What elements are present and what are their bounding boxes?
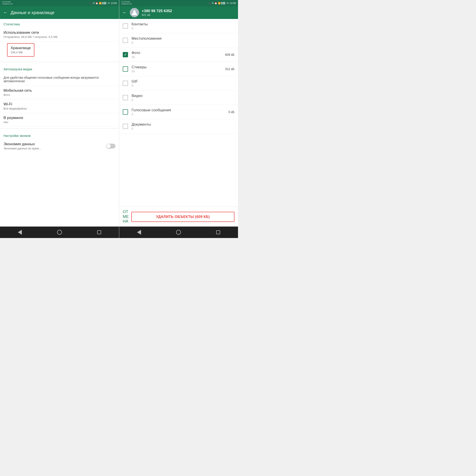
right-time: 13:58	[230, 2, 236, 4]
data-saving-item[interactable]: Экономия данных Экономия данных во врем.…	[0, 139, 119, 153]
left-status-icons: 🎧 N ⏰ 📶 ▌▌▌ 63 13:56	[89, 2, 117, 4]
media-name-docs: Документы	[132, 122, 235, 127]
media-count-video: 0	[132, 98, 235, 102]
left-carrier-network: Vodafone UA	[2, 3, 13, 5]
media-count-locations: 0	[132, 41, 235, 44]
left-back-button[interactable]: ←	[3, 10, 8, 16]
media-name-locations: Местоположения	[132, 36, 235, 41]
right-home-nav-icon	[176, 230, 181, 235]
media-item-video[interactable]: Видео 0	[119, 91, 238, 105]
media-item-docs[interactable]: Документы 0	[119, 119, 238, 134]
right-nav-home[interactable]	[172, 226, 185, 238]
right-carrier-network: Vodafone UA	[121, 3, 132, 5]
roaming-title: В роуминге	[3, 116, 116, 120]
media-count-docs: 0	[132, 127, 235, 130]
network-usage-item[interactable]: Использование сети Отправлено: 68,8 МБ •…	[0, 28, 119, 41]
wifi-item[interactable]: Wi-Fi Все медиафайлы	[0, 99, 119, 113]
media-name-contacts: Контакты	[132, 22, 235, 26]
left-recent-nav-icon	[97, 230, 102, 235]
left-nav-bar	[0, 226, 119, 238]
media-info-video: Видео 0	[132, 94, 235, 102]
contact-avatar	[130, 8, 139, 17]
mobile-network-item[interactable]: Мобильная сеть Фото	[0, 86, 119, 99]
checkbox-gif[interactable]	[123, 81, 128, 86]
right-recent-square-icon	[216, 230, 220, 234]
network-usage-subtitle: Отправлено: 68,8 МБ • получено: 6,5 МБ	[3, 35, 116, 39]
storage-title: Хранилище	[11, 46, 31, 50]
left-panel: KYIVSTAR Vodafone UA 🎧 N ⏰ 📶 ▌▌▌ 63 13:5…	[0, 0, 119, 238]
headphone-icon: 🎧	[89, 2, 92, 4]
right-headphone-icon: 🎧	[208, 2, 211, 4]
checkbox-stickers[interactable]	[123, 66, 128, 72]
right-home-circle-icon	[176, 230, 181, 235]
right-nav-recent[interactable]	[212, 226, 225, 238]
media-item-photos[interactable]: Фото 16 609 кБ	[119, 48, 238, 62]
media-count-stickers: 16	[132, 70, 221, 73]
media-count-gif: 0	[132, 84, 235, 87]
contact-info: +380 98 725 6352 921 кБ	[142, 9, 235, 17]
left-nav-back[interactable]	[13, 226, 26, 238]
checkbox-voice[interactable]	[123, 109, 128, 115]
left-nav-home[interactable]	[53, 226, 66, 238]
roaming-item[interactable]: В роуминге Нет	[0, 113, 119, 127]
media-info-voice: Голосовые сообщения 2	[132, 108, 225, 116]
storage-box[interactable]: Хранилище 336,4 МБ	[7, 43, 34, 57]
right-bottom-bar: ОТ МЕ НА УДАЛИТЬ ОБЪЕКТЫ (609 КБ)	[119, 207, 238, 226]
right-battery-icon: 63	[226, 2, 229, 4]
media-size-stickers: 312 кБ	[225, 67, 235, 71]
checkbox-contacts[interactable]	[123, 23, 128, 29]
left-content: Статистика Использование сети Отправлено…	[0, 19, 119, 226]
checkbox-video[interactable]	[123, 95, 128, 100]
media-item-contacts[interactable]: Контакты 0	[119, 19, 238, 33]
wifi-title: Wi-Fi	[3, 102, 116, 106]
right-back-nav-icon	[136, 230, 142, 235]
battery-icon: 63	[107, 2, 110, 4]
left-home-nav-icon	[57, 230, 62, 235]
media-info-docs: Документы 0	[132, 122, 235, 130]
media-name-stickers: Стикеры	[132, 65, 221, 69]
contact-phone: +380 98 725 6352	[142, 9, 235, 13]
media-item-gif[interactable]: GIF 0	[119, 76, 238, 91]
media-item-locations[interactable]: Местоположения 0	[119, 33, 238, 48]
media-size-voice: 0 кБ	[229, 110, 235, 114]
right-recent-nav-icon	[216, 230, 221, 235]
left-page-title: Данные и хранилище	[11, 10, 116, 15]
home-circle-icon	[57, 230, 62, 235]
right-status-bar: KYIVSTAR Vodafone UA 🎧 N ⏰ 📶 ▌▌▌ 63 13:5…	[119, 0, 238, 6]
media-name-gif: GIF	[132, 79, 235, 84]
recent-square-icon	[97, 230, 101, 234]
autoload-description: Для удобства общения голосовые сообщения…	[0, 73, 119, 86]
right-alarm-icon: ⏰	[214, 2, 217, 4]
autoload-section-label: Автозагрузка медиа	[0, 64, 119, 73]
left-carrier-info: KYIVSTAR Vodafone UA	[2, 1, 13, 5]
contact-storage-size: 921 кБ	[142, 13, 235, 17]
right-toolbar: ← +380 98 725 6352 921 кБ	[119, 6, 238, 19]
left-toolbar: ← Данные и хранилище	[0, 6, 119, 19]
delete-button[interactable]: УДАЛИТЬ ОБЪЕКТЫ (609 КБ)	[131, 212, 235, 222]
media-count-voice: 2	[132, 113, 225, 116]
media-item-stickers[interactable]: Стикеры 16 312 кБ	[119, 62, 238, 76]
ot-me-ha-label: ОТ МЕ НА	[123, 210, 129, 224]
wifi-icon: 📶	[99, 2, 102, 4]
checkbox-photos[interactable]	[123, 52, 128, 57]
checkbox-locations[interactable]	[123, 38, 128, 43]
divider-2	[0, 128, 119, 129]
right-content: Контакты 0 Местоположения 0 Фото 16 609 …	[119, 19, 238, 207]
right-status-icons: 🎧 N ⏰ 📶 ▌▌▌ 63 13:58	[208, 2, 236, 4]
checkbox-docs[interactable]	[123, 124, 128, 129]
data-saving-toggle[interactable]	[106, 144, 116, 149]
right-nav-back[interactable]	[133, 226, 146, 238]
right-carrier-info: KYIVSTAR Vodafone UA	[121, 1, 132, 5]
data-saving-title: Экономия данных	[3, 142, 41, 146]
left-nav-recent[interactable]	[93, 226, 106, 238]
data-saving-info: Экономия данных Экономия данных во врем.…	[3, 142, 41, 150]
right-wifi-icon: 📶	[218, 2, 221, 4]
data-saving-subtitle: Экономия данных во врем...	[3, 147, 41, 150]
right-panel: KYIVSTAR Vodafone UA 🎧 N ⏰ 📶 ▌▌▌ 63 13:5…	[119, 0, 238, 238]
left-back-nav-icon	[17, 230, 22, 235]
mobile-network-title: Мобильная сеть	[3, 88, 116, 93]
right-back-button[interactable]: ←	[122, 10, 127, 16]
media-item-voice[interactable]: Голосовые сообщения 2 0 кБ	[119, 105, 238, 119]
wifi-subtitle: Все медиафайлы	[3, 107, 116, 110]
toggle-knob	[106, 144, 111, 148]
